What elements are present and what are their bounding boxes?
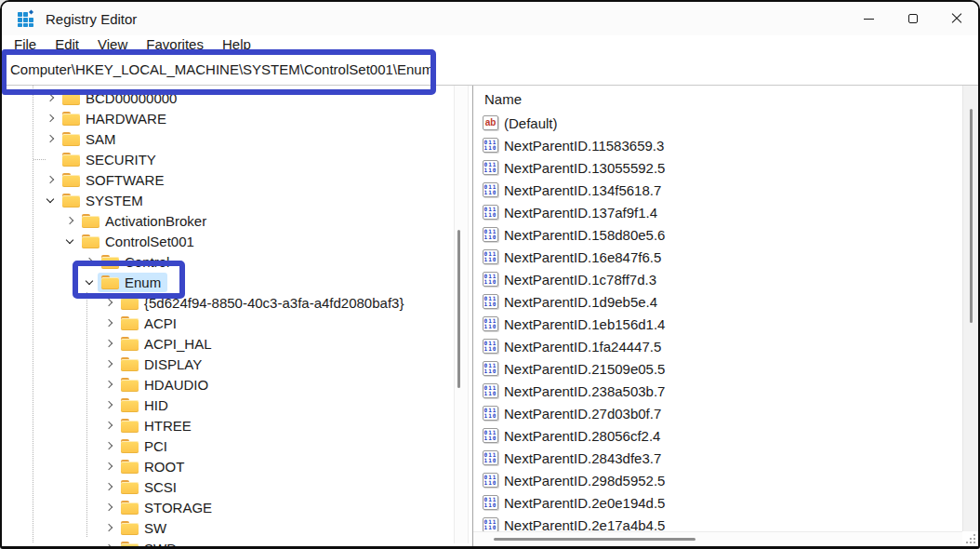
tree-row[interactable]: {5d624f94-8850-40c3-a3fa-a4fd2080baf3} xyxy=(2,292,452,313)
value-row[interactable]: ab 011 110 NextParentID.13055592.5 xyxy=(473,156,962,179)
value-name: (Default) xyxy=(504,115,558,131)
value-row[interactable]: ab 011 110 (Default) xyxy=(473,112,962,134)
expand-chevron-icon[interactable] xyxy=(83,274,98,289)
value-row[interactable]: ab 011 110 NextParentID.11583659.3 xyxy=(473,134,962,156)
tree-row[interactable]: ROOT xyxy=(2,456,452,476)
expand-chevron-icon[interactable] xyxy=(102,336,117,351)
value-row[interactable]: ab 011 110 NextParentID.298d5952.5 xyxy=(473,469,962,491)
expand-chevron-icon[interactable] xyxy=(102,315,117,330)
value-row[interactable]: ab 011 110 NextParentID.27d03b0f.7 xyxy=(473,402,962,424)
expand-chevron-icon[interactable] xyxy=(102,418,117,433)
tree-row[interactable]: ACPI_HAL xyxy=(2,333,452,354)
values-horizontal-scrollbar-track[interactable] xyxy=(473,531,962,546)
expand-chevron-icon[interactable] xyxy=(44,152,59,167)
registry-key-folder-icon xyxy=(121,439,139,453)
tree-row[interactable]: ACPI xyxy=(2,313,452,333)
expand-chevron-icon[interactable] xyxy=(44,111,59,126)
tree-row[interactable]: HDAUDIO xyxy=(2,374,452,395)
registry-key-folder-icon xyxy=(121,480,139,494)
value-row[interactable]: ab 011 110 NextParentID.16e847f6.5 xyxy=(473,246,962,268)
tree-row[interactable]: SCSI xyxy=(2,476,452,497)
value-row[interactable]: ab 011 110 NextParentID.134f5618.7 xyxy=(473,179,962,201)
binary-icon-glyph-bottom: 110 xyxy=(484,435,497,442)
binary-value-icon: 011 110 xyxy=(483,406,498,421)
tree-row[interactable]: SAM xyxy=(2,128,452,149)
registry-key-folder-icon xyxy=(121,337,139,351)
tree-row[interactable]: SYSTEM xyxy=(2,190,452,210)
value-row[interactable]: ab 011 110 NextParentID.1eb156d1.4 xyxy=(473,313,962,335)
values-vertical-scrollbar-thumb[interactable] xyxy=(970,109,973,323)
tree-row-chip: ActivationBroker xyxy=(78,211,213,231)
tree-row[interactable]: HARDWARE xyxy=(2,108,452,128)
minimize-button[interactable] xyxy=(847,2,891,35)
values-column-header[interactable]: Name xyxy=(473,86,978,112)
registry-key-folder-icon xyxy=(121,357,139,371)
tree-scrollbar-thumb[interactable] xyxy=(457,230,460,388)
tree-row[interactable]: SECURITY xyxy=(2,149,452,169)
tree-row-label: Control xyxy=(125,254,169,270)
value-row[interactable]: ab 011 110 NextParentID.2843dfe3.7 xyxy=(473,447,962,469)
expand-chevron-icon[interactable] xyxy=(102,541,117,546)
binary-value-icon: 011 110 xyxy=(483,495,498,510)
expand-chevron-icon[interactable] xyxy=(63,213,78,228)
menu-edit[interactable]: Edit xyxy=(46,35,88,53)
registry-key-folder-icon xyxy=(101,255,119,269)
tree-row[interactable]: SWD xyxy=(2,538,452,546)
binary-icon-glyph-bottom: 110 xyxy=(484,458,497,464)
values-horizontal-scrollbar-thumb[interactable] xyxy=(494,538,695,541)
expand-chevron-icon[interactable] xyxy=(102,295,117,310)
values-vertical-scrollbar-track[interactable] xyxy=(962,86,978,531)
close-button[interactable] xyxy=(934,2,978,35)
tree-row-label: HDAUDIO xyxy=(144,377,208,393)
tree-row[interactable]: ActivationBroker xyxy=(2,210,452,231)
registry-key-folder-icon xyxy=(121,521,139,535)
expand-chevron-icon[interactable] xyxy=(44,90,59,105)
expand-chevron-icon[interactable] xyxy=(102,397,117,412)
expand-chevron-icon[interactable] xyxy=(44,131,59,146)
tree-row[interactable]: DISPLAY xyxy=(2,354,452,374)
binary-icon-glyph-bottom: 110 xyxy=(484,234,497,241)
address-bar[interactable]: Computer\HKEY_LOCAL_MACHINE\SYSTEM\Contr… xyxy=(2,54,978,86)
expand-chevron-icon[interactable] xyxy=(44,172,59,187)
tree-row[interactable]: HTREE xyxy=(2,415,452,435)
value-row[interactable]: ab 011 110 NextParentID.238a503b.7 xyxy=(473,380,962,402)
tree-row[interactable]: PCI xyxy=(2,435,452,456)
value-row[interactable]: ab 011 110 NextParentID.1c78ff7d.3 xyxy=(473,268,962,290)
expand-chevron-icon[interactable] xyxy=(102,479,117,494)
expand-chevron-icon[interactable] xyxy=(102,500,117,515)
expand-chevron-icon[interactable] xyxy=(83,254,98,269)
tree-row[interactable]: SW xyxy=(2,517,452,538)
menu-file[interactable]: File xyxy=(5,35,46,53)
value-row[interactable]: ab 011 110 NextParentID.158d80e5.6 xyxy=(473,223,962,246)
maximize-button[interactable] xyxy=(891,2,934,35)
tree-row[interactable]: Enum xyxy=(2,272,452,292)
value-row[interactable]: ab 011 110 NextParentID.21509e05.5 xyxy=(473,357,962,380)
value-row[interactable]: ab 011 110 NextParentID.137af9f1.4 xyxy=(473,201,962,223)
value-row[interactable]: ab 011 110 NextParentID.1fa24447.5 xyxy=(473,335,962,357)
expand-chevron-icon[interactable] xyxy=(102,356,117,371)
expand-chevron-icon[interactable] xyxy=(102,377,117,392)
expand-chevron-icon[interactable] xyxy=(102,438,117,453)
tree-row-chip: PCI xyxy=(117,436,174,456)
tree-scrollbar-track[interactable] xyxy=(454,86,469,543)
tree-row[interactable]: ControlSet001 xyxy=(2,231,452,251)
tree-row[interactable]: BCD00000000 xyxy=(2,87,452,108)
value-row[interactable]: ab 011 110 NextParentID.28056cf2.4 xyxy=(473,424,962,447)
expand-chevron-icon[interactable] xyxy=(44,193,59,208)
expand-chevron-icon[interactable] xyxy=(102,520,117,535)
binary-value-icon: 011 110 xyxy=(483,473,498,488)
menu-view[interactable]: View xyxy=(88,35,137,53)
expand-chevron-icon[interactable] xyxy=(102,459,117,474)
binary-icon-glyph-bottom: 110 xyxy=(484,391,497,397)
resize-grip[interactable] xyxy=(963,531,977,545)
menu-favorites[interactable]: Favorites xyxy=(137,35,213,53)
tree-row[interactable]: Control xyxy=(2,251,452,272)
value-row[interactable]: ab 011 110 NextParentID.2e0e194d.5 xyxy=(473,491,962,514)
menu-help[interactable]: Help xyxy=(213,35,260,53)
tree-row[interactable]: STORAGE xyxy=(2,497,452,517)
tree-row[interactable]: HID xyxy=(2,395,452,415)
tree-row[interactable]: SOFTWARE xyxy=(2,169,452,190)
registry-key-folder-icon xyxy=(101,275,119,289)
value-row[interactable]: ab 011 110 NextParentID.1d9eb5e.4 xyxy=(473,290,962,313)
expand-chevron-icon[interactable] xyxy=(63,234,78,248)
